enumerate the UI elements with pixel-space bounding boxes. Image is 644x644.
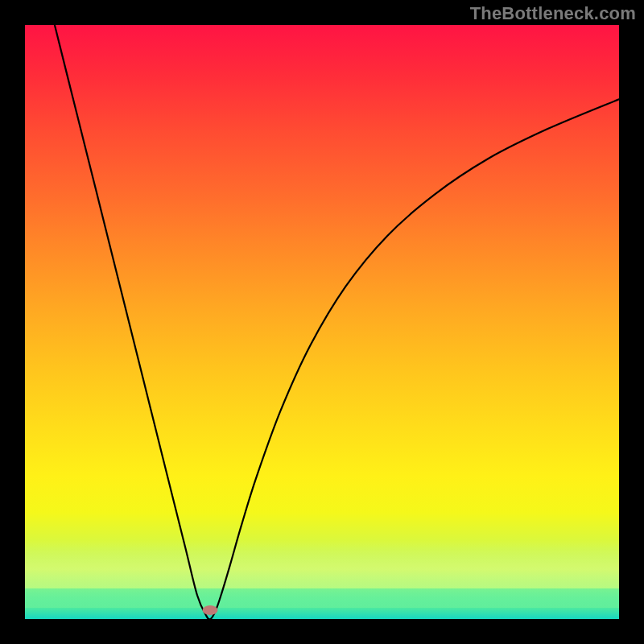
chart-frame: TheBottleneck.com <box>0 0 644 644</box>
curve-path <box>55 25 619 619</box>
watermark-text: TheBottleneck.com <box>470 3 636 24</box>
bottleneck-curve <box>25 25 619 619</box>
plot-area <box>25 25 619 619</box>
minimum-marker <box>203 605 218 615</box>
